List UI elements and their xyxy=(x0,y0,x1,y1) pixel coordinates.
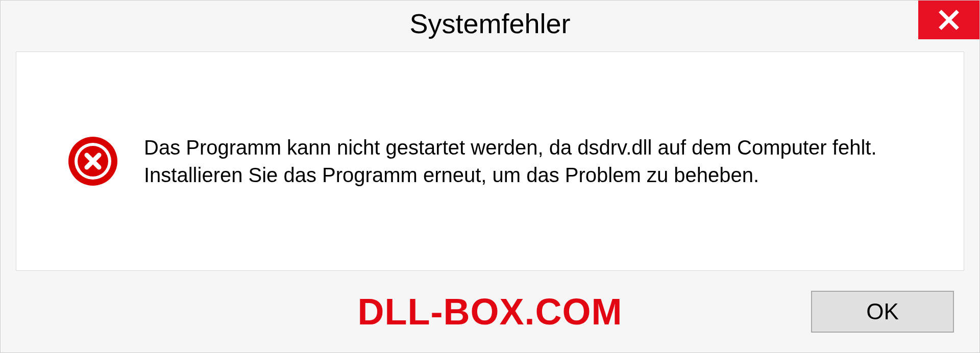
dialog-title: Systemfehler xyxy=(409,8,570,39)
close-button[interactable] xyxy=(918,1,979,39)
titlebar: Systemfehler xyxy=(1,1,979,46)
ok-button[interactable]: OK xyxy=(811,291,954,333)
error-icon xyxy=(67,136,118,187)
watermark-text: DLL-BOX.COM xyxy=(358,291,623,333)
dialog-footer: DLL-BOX.COM OK xyxy=(1,281,979,352)
close-icon xyxy=(938,9,960,31)
error-message: Das Programm kann nicht gestartet werden… xyxy=(144,134,928,189)
error-dialog: Systemfehler Das Programm kann nicht ges… xyxy=(0,0,980,353)
content-panel: Das Programm kann nicht gestartet werden… xyxy=(16,52,964,271)
